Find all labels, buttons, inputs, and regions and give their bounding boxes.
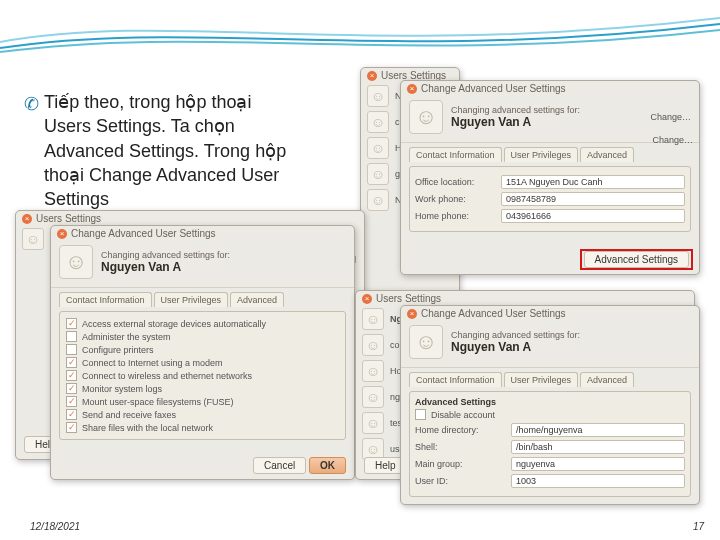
shell-label: Shell: [415,442,505,452]
avatar-icon: ☺ [367,163,389,185]
avatar-icon: ☺ [409,100,443,134]
change-link[interactable]: Change… [650,112,691,122]
cancel-button[interactable]: Cancel [253,457,306,474]
change-advanced-advanced: ×Change Advanced User Settings ☺ Changin… [400,305,700,505]
privilege-label: Connect to wireless and ethernet network… [82,371,252,381]
avatar-icon: ☺ [22,228,44,250]
change-advanced-privileges: ×Change Advanced User Settings ☺ Changin… [50,225,355,480]
avatar-icon: ☺ [367,137,389,159]
slide-date: 12/18/2021 [30,521,80,532]
user-name: Nguyen Van A [451,115,580,129]
dialog-title: Users Settings [36,213,101,224]
uid-field[interactable]: 1003 [511,474,685,488]
dialog-title: Change Advanced User Settings [421,308,566,319]
group-label: Main group: [415,459,505,469]
privilege-checkbox[interactable]: ✓ [66,396,77,407]
privilege-label: Share files with the local network [82,423,213,433]
tab-advanced[interactable]: Advanced [580,147,634,162]
avatar-icon: ☺ [367,111,389,133]
user-name: Nguyen Van A [101,260,230,274]
privilege-checkbox[interactable]: ✓ [66,409,77,420]
advanced-settings-button[interactable]: Advanced Settings [584,251,689,268]
privilege-checkbox[interactable]: ✓ [66,318,77,329]
work-label: Work phone: [415,194,495,204]
avatar-icon: ☺ [367,189,389,211]
avatar-icon: ☺ [409,325,443,359]
tab-contact[interactable]: Contact Information [59,292,152,307]
home-label: Home phone: [415,211,495,221]
avatar-icon: ☺ [362,334,384,356]
disable-checkbox[interactable] [415,409,426,420]
tab-privileges[interactable]: User Privileges [504,372,579,387]
home-dir-label: Home directory: [415,425,505,435]
privilege-label: Administer the system [82,332,171,342]
tab-advanced[interactable]: Advanced [580,372,634,387]
changing-for-label: Changing advanced settings for: [101,250,230,260]
office-label: Office location: [415,177,495,187]
privilege-label: Monitor system logs [82,384,162,394]
bullet-text: Tiếp theo, trong hộp thoại Users Setting… [26,90,296,211]
close-icon[interactable]: × [362,294,372,304]
tab-advanced[interactable]: Advanced [230,292,284,307]
tab-contact[interactable]: Contact Information [409,147,502,162]
tab-privileges[interactable]: User Privileges [154,292,229,307]
home-dir-field[interactable]: /home/nguyenva [511,423,685,437]
privilege-label: Configure printers [82,345,154,355]
group-field[interactable]: nguyenva [511,457,685,471]
close-icon[interactable]: × [22,214,32,224]
changing-for-label: Changing advanced settings for: [451,330,580,340]
privilege-checkbox[interactable]: ✓ [66,370,77,381]
privilege-checkbox[interactable]: ✓ [66,383,77,394]
advanced-heading: Advanced Settings [415,397,685,407]
user-name: Nguyen Van A [451,340,580,354]
privilege-label: Send and receive faxes [82,410,176,420]
privilege-checkbox[interactable] [66,331,77,342]
tab-privileges[interactable]: User Privileges [504,147,579,162]
dialog-title: Users Settings [376,293,441,304]
change-link[interactable]: Change… [652,135,693,145]
uid-label: User ID: [415,476,505,486]
slide-swoosh [0,0,720,60]
close-icon[interactable]: × [57,229,67,239]
ok-button[interactable]: OK [309,457,346,474]
changing-for-label: Changing advanced settings for: [451,105,580,115]
dialog-title: Change Advanced User Settings [71,228,216,239]
shell-field[interactable]: /bin/bash [511,440,685,454]
avatar-icon: ☺ [367,85,389,107]
avatar-icon: ☺ [362,412,384,434]
privilege-checkbox[interactable]: ✓ [66,357,77,368]
tab-contact[interactable]: Contact Information [409,372,502,387]
close-icon[interactable]: × [407,309,417,319]
avatar-icon: ☺ [362,360,384,382]
privilege-checkbox[interactable] [66,344,77,355]
avatar-icon: ☺ [362,386,384,408]
disable-label: Disable account [431,410,495,420]
privilege-checkbox[interactable]: ✓ [66,422,77,433]
avatar-icon: ☺ [362,308,384,330]
close-icon[interactable]: × [367,71,377,81]
slide-page: 17 [693,521,704,532]
dialog-title: Change Advanced User Settings [421,83,566,94]
work-field[interactable]: 0987458789 [501,192,685,206]
close-icon[interactable]: × [407,84,417,94]
bullet-paragraph: ✆ Tiếp theo, trong hộp thoại Users Setti… [26,90,296,211]
privilege-label: Access external storage devices automati… [82,319,266,329]
home-field[interactable]: 043961666 [501,209,685,223]
avatar-icon: ☺ [59,245,93,279]
privilege-label: Connect to Internet using a modem [82,358,223,368]
office-field[interactable]: 151A Nguyen Duc Canh [501,175,685,189]
privilege-label: Mount user-space filesystems (FUSE) [82,397,234,407]
bullet-icon: ✆ [24,92,39,116]
change-advanced-contact: ×Change Advanced User Settings ☺ Changin… [400,80,700,275]
